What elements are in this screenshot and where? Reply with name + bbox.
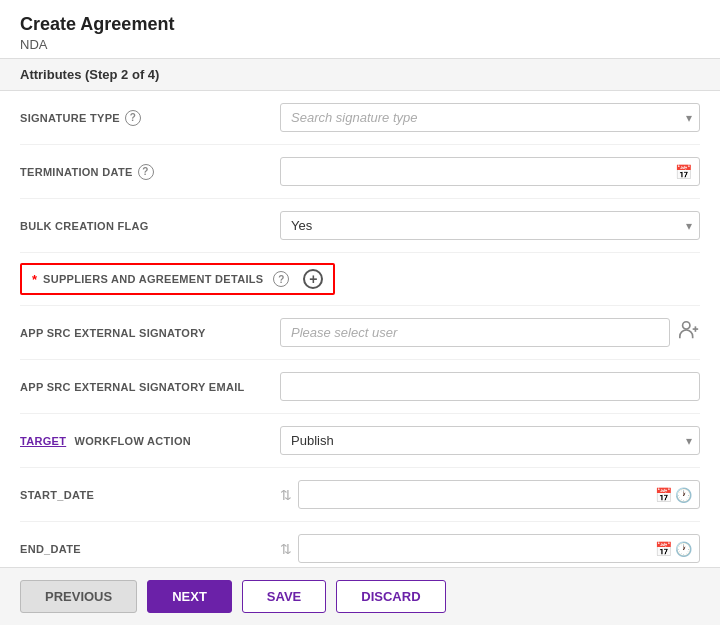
end-date-sort-icon: ⇅: [280, 541, 292, 557]
user-add-icon[interactable]: [678, 319, 700, 346]
app-src-signatory-email-label: APP SRC EXTERNAL SIGNATORY EMAIL: [20, 381, 280, 393]
start-date-calendar-icon: 📅: [655, 487, 672, 503]
bulk-creation-flag-label: BULK CREATION FLAG: [20, 220, 280, 232]
suppliers-label: SUPPLIERS AND AGREEMENT DETAILS: [43, 273, 263, 285]
start-date-input-wrap: 1/7/2022 12:00:00 AM 📅 🕐: [298, 480, 700, 509]
termination-date-row: TERMINATION DATE ? 📅: [20, 145, 700, 199]
suppliers-info-icon[interactable]: ?: [273, 271, 289, 287]
bulk-creation-flag-control: Yes No ▾: [280, 211, 700, 240]
start-date-label: START_DATE: [20, 489, 280, 501]
end-date-input-wrap: 7/7/2022 12:00:00 AM 📅 🕐: [298, 534, 700, 563]
signature-type-info-icon[interactable]: ?: [125, 110, 141, 126]
termination-date-control: 📅: [280, 157, 700, 186]
step-header: Attributes (Step 2 of 4): [0, 58, 720, 91]
page-subtitle: NDA: [20, 37, 700, 52]
end-date-calendar-icon: 📅: [655, 541, 672, 557]
end-date-input[interactable]: 7/7/2022 12:00:00 AM: [298, 534, 700, 563]
target-workflow-action-label: TARGET WORKFLOW ACTION: [20, 435, 280, 447]
app-src-signatory-input[interactable]: [280, 318, 670, 347]
next-button[interactable]: NEXT: [147, 580, 232, 613]
signature-type-select-wrap: ▾: [280, 103, 700, 132]
form-body: SIGNATURE TYPE ? ▾ TERMINATION DATE ? 📅: [0, 91, 720, 576]
app-src-signatory-email-input[interactable]: [280, 372, 700, 401]
bulk-creation-flag-select[interactable]: Yes No: [280, 211, 700, 240]
suppliers-section-bordered: * SUPPLIERS AND AGREEMENT DETAILS ? +: [20, 263, 335, 295]
target-workflow-action-select[interactable]: Publish Draft: [280, 426, 700, 455]
start-date-control: ⇅ 1/7/2022 12:00:00 AM 📅 🕐: [280, 480, 700, 509]
start-date-clock-icon: 🕐: [675, 487, 692, 503]
suppliers-section-header: * SUPPLIERS AND AGREEMENT DETAILS ? +: [20, 263, 335, 295]
target-label-text: TARGET: [20, 435, 66, 447]
termination-date-label: TERMINATION DATE ?: [20, 164, 280, 180]
end-date-clock-icon: 🕐: [675, 541, 692, 557]
suppliers-section-row: * SUPPLIERS AND AGREEMENT DETAILS ? +: [20, 253, 700, 306]
termination-date-input-wrap: 📅: [280, 157, 700, 186]
signature-type-control: ▾: [280, 103, 700, 132]
start-date-input[interactable]: 1/7/2022 12:00:00 AM: [298, 480, 700, 509]
page-header: Create Agreement NDA: [0, 0, 720, 58]
target-workflow-action-row: TARGET WORKFLOW ACTION Publish Draft ▾: [20, 414, 700, 468]
termination-date-info-icon[interactable]: ?: [138, 164, 154, 180]
save-button[interactable]: SAVE: [242, 580, 326, 613]
bulk-creation-flag-select-wrap: Yes No ▾: [280, 211, 700, 240]
app-src-signatory-control: [280, 318, 700, 347]
start-date-row: START_DATE ⇅ 1/7/2022 12:00:00 AM 📅 🕐: [20, 468, 700, 522]
suppliers-add-icon[interactable]: +: [303, 269, 323, 289]
previous-button[interactable]: PREVIOUS: [20, 580, 137, 613]
app-src-signatory-email-row: APP SRC EXTERNAL SIGNATORY EMAIL: [20, 360, 700, 414]
signature-type-row: SIGNATURE TYPE ? ▾: [20, 91, 700, 145]
app-src-signatory-label: APP SRC EXTERNAL SIGNATORY: [20, 327, 280, 339]
termination-date-input[interactable]: [280, 157, 700, 186]
target-workflow-action-select-wrap: Publish Draft ▾: [280, 426, 700, 455]
footer: PREVIOUS NEXT SAVE DISCARD: [0, 567, 720, 625]
end-date-control: ⇅ 7/7/2022 12:00:00 AM 📅 🕐: [280, 534, 700, 563]
signature-type-input[interactable]: [280, 103, 700, 132]
bulk-creation-flag-row: BULK CREATION FLAG Yes No ▾: [20, 199, 700, 253]
discard-button[interactable]: DISCARD: [336, 580, 445, 613]
app-src-signatory-row: APP SRC EXTERNAL SIGNATORY: [20, 306, 700, 360]
svg-point-0: [683, 322, 690, 329]
target-workflow-action-control: Publish Draft ▾: [280, 426, 700, 455]
page-title: Create Agreement: [20, 14, 700, 35]
signature-type-label: SIGNATURE TYPE ?: [20, 110, 280, 126]
app-src-signatory-email-control: [280, 372, 700, 401]
end-date-label: END_DATE: [20, 543, 280, 555]
suppliers-required-star: *: [32, 272, 37, 287]
start-date-sort-icon: ⇅: [280, 487, 292, 503]
